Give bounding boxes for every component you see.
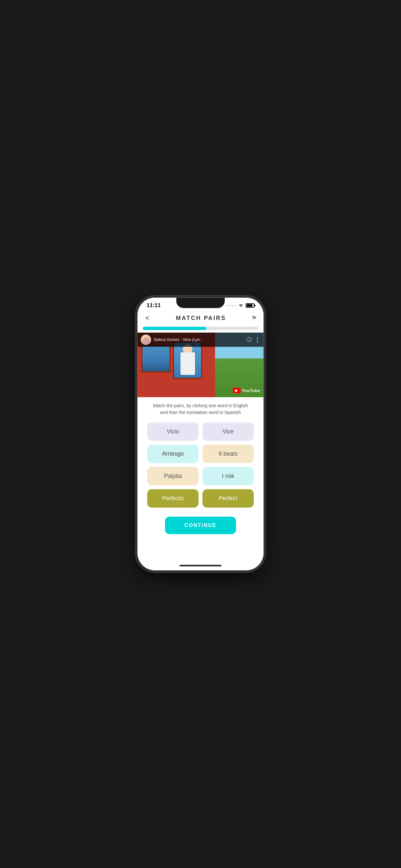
instruction-text: Match the pairs, by clicking one word in… [152,402,249,416]
signal-icon [227,305,236,306]
word-palpita[interactable]: Palpita [147,467,198,485]
video-background: Selena Gomez - Vicio (Lyri... ⓘ ⋮ YouTub… [137,333,264,397]
youtube-label: YouTube [242,388,260,393]
word-grid: Vicio Vice Arriesgo It beats Palpita I r… [147,423,254,507]
window-center [173,342,202,379]
progress-bar-fill [143,327,206,330]
word-perfect[interactable]: Perfect [203,489,254,507]
battery-icon [246,303,254,308]
word-vicio[interactable]: Vicio [147,423,198,441]
back-button[interactable]: < [144,313,151,323]
window-left [142,345,171,372]
continue-button[interactable]: CONTINUE [165,517,236,534]
more-options-icon[interactable]: ⋮ [254,336,260,343]
header: < MATCH PAIRS ⚑ [137,311,264,327]
info-icon[interactable]: ⓘ [247,337,252,343]
word-vice[interactable]: Vice [203,423,254,441]
youtube-bar: Selena Gomez - Vicio (Lyri... ⓘ ⋮ [137,333,264,347]
status-icons [227,303,254,308]
word-arriesgo[interactable]: Arriesgo [147,445,198,463]
page-title: MATCH PAIRS [176,315,226,321]
status-time: 11:11 [147,302,160,309]
channel-avatar [141,335,151,345]
person-silhouette [179,346,197,375]
home-indicator [180,565,221,566]
screen: 11:11 [137,298,264,570]
word-perfecto[interactable]: Perfecto [147,489,198,507]
video-title: Selena Gomez - Vicio (Lyri... [154,337,244,342]
progress-bar [143,327,258,330]
main-content: Match the pairs, by clicking one word in… [137,397,264,562]
word-i-risk[interactable]: I risk [203,467,254,485]
svg-point-0 [241,306,241,307]
youtube-play-icon [233,388,241,393]
video-container[interactable]: Selena Gomez - Vicio (Lyri... ⓘ ⋮ YouTub… [137,333,264,397]
youtube-logo: YouTube [233,388,260,393]
flag-icon[interactable]: ⚑ [251,314,257,322]
wifi-icon [238,303,244,308]
word-it-beats[interactable]: It beats [203,445,254,463]
notch [176,298,225,308]
phone-frame: 11:11 [137,298,264,570]
